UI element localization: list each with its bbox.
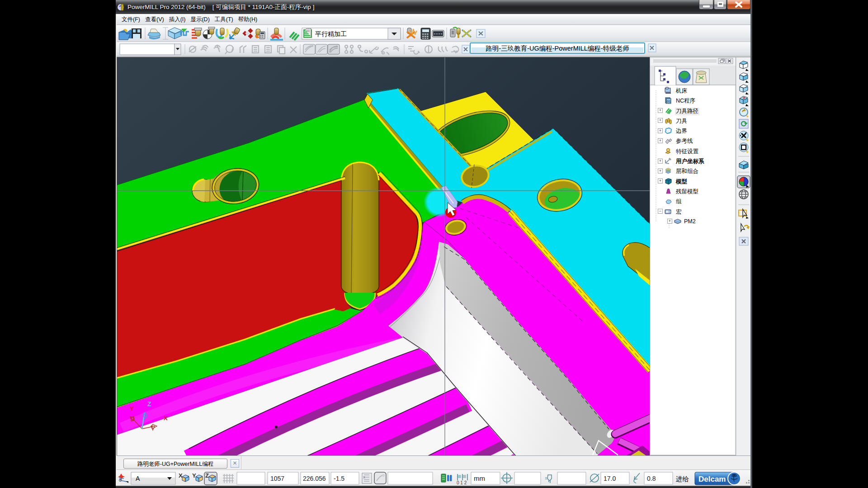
svg-text:Z: Z bbox=[205, 472, 209, 479]
svg-text:X: X bbox=[363, 476, 365, 479]
svg-text:-1.5: -1.5 bbox=[334, 475, 344, 482]
svg-text:X: X bbox=[164, 415, 168, 422]
svg-text:226.056: 226.056 bbox=[303, 475, 326, 482]
svg-text:17.0: 17.0 bbox=[604, 475, 616, 482]
svg-text:平行精加工: 平行精加工 bbox=[315, 30, 347, 38]
svg-text:1057: 1057 bbox=[270, 475, 284, 482]
svg-text:A: A bbox=[136, 475, 140, 482]
svg-text:mm: mm bbox=[474, 474, 485, 482]
svg-text:进给: 进给 bbox=[676, 475, 689, 483]
svg-text:路明-三玖教育-UG编程-PowerMILL编程-特级老师: 路明-三玖教育-UG编程-PowerMILL编程-特级老师 bbox=[486, 45, 629, 52]
svg-text:0 1 2: 0 1 2 bbox=[457, 480, 467, 485]
svg-text:Z: Z bbox=[147, 400, 151, 408]
svg-text:01: 01 bbox=[667, 99, 671, 103]
svg-text:Delcam: Delcam bbox=[698, 475, 726, 483]
svg-text:Y: Y bbox=[130, 405, 134, 412]
svg-text:0.8: 0.8 bbox=[647, 475, 656, 482]
